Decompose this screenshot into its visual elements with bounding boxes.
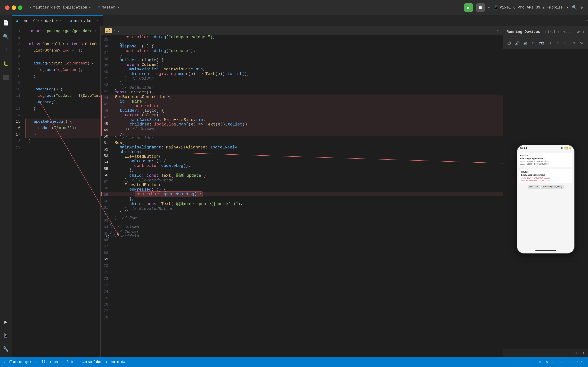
editor-main-dart: ⚠ 2 ∧ ∨ ⋯ 35 36 37 38 39 [101, 26, 503, 357]
phone-screen: initState didChangeDependencies update -… [517, 151, 574, 248]
activity-run[interactable]: ▶ [2, 318, 10, 326]
phone-update-btn[interactable]: 刷新 update [528, 185, 540, 189]
device-selector[interactable]: 📱 Pixel 6 Pro API 33 2 (mobile) ▾ [494, 5, 568, 10]
status-branch-icon: ⑂ [3, 360, 5, 364]
wifi-icon: 📶 [565, 147, 568, 150]
stop-button[interactable]: ⏹ [476, 3, 485, 12]
main-line-77: ), // Center [101, 229, 503, 234]
code-line-15: updateMineLog() { [25, 118, 100, 125]
phone-mine-update-btn[interactable]: 刷新mine update(['mine']) [541, 185, 563, 189]
editor-topbar: ⚠ 2 ∧ ∨ ⋯ [101, 26, 503, 35]
code-controller: 1 2 3 4 5 6 7 8 9 10 11 [25, 26, 100, 152]
main-line-72: ), // ElevatedButton [101, 207, 503, 211]
more-icon[interactable]: ⋯ [488, 5, 490, 10]
activity-plugins[interactable]: 🔧 [2, 345, 10, 353]
activity-git[interactable]: ⑂ [2, 46, 10, 54]
home-icon[interactable]: ○ [555, 40, 560, 46]
device-icon: 📱 [494, 5, 498, 10]
main-line-49: 💡 id: 'mine', [101, 99, 503, 104]
activity-bar: 📄 🔍 ⑂ 🐛 ⬛ ▶ 📱 🔧 [0, 15, 12, 357]
volume-down-icon[interactable]: 🔉 [523, 40, 528, 46]
status-encoding[interactable]: UTF-8 [538, 360, 548, 364]
fold-icon[interactable]: ⊟ [571, 40, 576, 46]
phone-time: 10:04 [520, 147, 527, 150]
panel-bottom-bar: 1:1 + [503, 349, 588, 357]
main-line-62: onPressed: () { [101, 159, 503, 163]
activity-extensions[interactable]: ⬛ [2, 73, 10, 82]
add-device-icon[interactable]: + [582, 351, 585, 355]
status-left: ⑂ flutter_gext_application › lib › GetBu… [3, 360, 129, 364]
status-section[interactable]: GetBuilder [82, 360, 102, 364]
status-sep2: › [76, 360, 78, 364]
main-line-52: return Column( [101, 113, 503, 117]
close-tab-main[interactable]: × [97, 19, 99, 23]
settings-icon[interactable]: ⚙ [580, 5, 583, 10]
main-line-38: controller.addLog("dispose"); [101, 49, 503, 53]
code-line-12: update(); [25, 99, 100, 106]
chevron-up[interactable]: ∧ [114, 28, 116, 33]
main-line-36: }, [101, 40, 503, 44]
maximize-dot[interactable] [18, 5, 23, 10]
status-lib[interactable]: lib [67, 360, 73, 364]
screenshot-icon[interactable]: 📷 [539, 40, 544, 46]
log1-text: update - 2024-04-24T09:59:04.705565updat… [520, 160, 571, 165]
main-line-39: }, [101, 53, 503, 58]
power-icon[interactable]: ⏻ [506, 40, 512, 46]
main-line-59: mainAxisAlignment: MainAxisAlignment.spa… [101, 145, 503, 150]
log1-title2: didChangeDependencies [520, 158, 571, 160]
volume-up-icon[interactable]: 🔊 [514, 40, 520, 46]
phone-status-icons: ▐▐▐ 📶 🔋 [561, 147, 571, 150]
branch-chevron: ▾ [117, 5, 119, 10]
code-line-8: } [25, 73, 100, 80]
code-line-18: } [25, 138, 100, 144]
main-code-lines: controller.addLog("didUpdateWidget"); },… [101, 35, 503, 357]
main-line-41: return Column( [101, 62, 503, 67]
search-icon[interactable]: 🔍 [572, 5, 577, 10]
main-line-64: }, [101, 168, 503, 173]
phone-log-section-1: initState didChangeDependencies update -… [519, 153, 572, 167]
main-line-40: builder: (logic) { [101, 58, 503, 62]
dart-icon: ◆ [16, 19, 18, 23]
main-line-69: controller.updateMineLog(); [101, 192, 503, 196]
phone-preview: 10:04 ▐▐▐ 📶 🔋 initState [503, 49, 588, 349]
tabs-bar: ◆ controller.dart ● × ◆ main.dart × ⋯ [12, 15, 588, 26]
minimize-dot[interactable] [12, 5, 16, 10]
main-line-55: ); // Column [101, 127, 503, 131]
activity-files[interactable]: 📄 [2, 19, 10, 27]
battery-icon: 🔋 [569, 147, 571, 150]
status-file[interactable]: main.dart [111, 360, 129, 364]
flutter-icon: ⚡ [29, 5, 32, 10]
chevron-down[interactable]: ∨ [118, 28, 119, 33]
code-line-11: log.add("update - ${DateTime.now().toIso… [25, 93, 100, 99]
activity-debug[interactable]: 🐛 [2, 59, 10, 68]
status-errors[interactable]: 2 errors [568, 360, 585, 364]
run-button[interactable]: ▶ [464, 3, 473, 12]
log2-text: update - 2024-04-24T09:59:04.705565updat… [521, 177, 571, 182]
activity-search[interactable]: 🔍 [2, 32, 10, 41]
branch-label[interactable]: ⑂ master ▾ [98, 5, 119, 10]
tabs-more-icon[interactable]: ⋯ [586, 18, 588, 23]
rotate-icon[interactable]: ⟳ [531, 40, 536, 46]
editor-more-options[interactable]: ⋯ [497, 28, 499, 33]
close-tab-controller[interactable]: × [60, 19, 62, 23]
panel-icon-1[interactable]: ⟳ [577, 30, 580, 34]
close-dot[interactable] [5, 5, 9, 10]
project-label[interactable]: ⚡ flutter_gext_application ▾ [29, 5, 91, 10]
main-line-54: children: logic.log.map((e) => Text(e)).… [101, 122, 503, 127]
more-toolbar-icon[interactable]: ≫ [579, 40, 585, 46]
tab-controller-dart[interactable]: ◆ controller.dart ● × [12, 15, 66, 26]
tab-main-dart[interactable]: ◆ main.dart × [66, 15, 103, 26]
main-line-63: controller.updateLog(); [101, 163, 503, 168]
panel-icon-2[interactable]: ↑ [582, 30, 585, 34]
main-line-61: ElevatedButton( [101, 154, 503, 159]
project-chevron: ▾ [89, 5, 91, 10]
recents-icon[interactable]: □ [563, 40, 568, 46]
panel-device-name: Pixel 6 Pr... [545, 30, 572, 34]
activity-devices[interactable]: 📱 [2, 331, 10, 340]
main-line-73: ], [101, 211, 503, 216]
status-project[interactable]: flutter_gext_application [9, 360, 58, 364]
back-icon[interactable]: ◁ [547, 40, 552, 46]
warning-count: ⚠ 2 [105, 28, 112, 33]
status-line-ending[interactable]: LF [551, 360, 555, 364]
code-line-6: addLog(String logContent) { [25, 60, 100, 67]
